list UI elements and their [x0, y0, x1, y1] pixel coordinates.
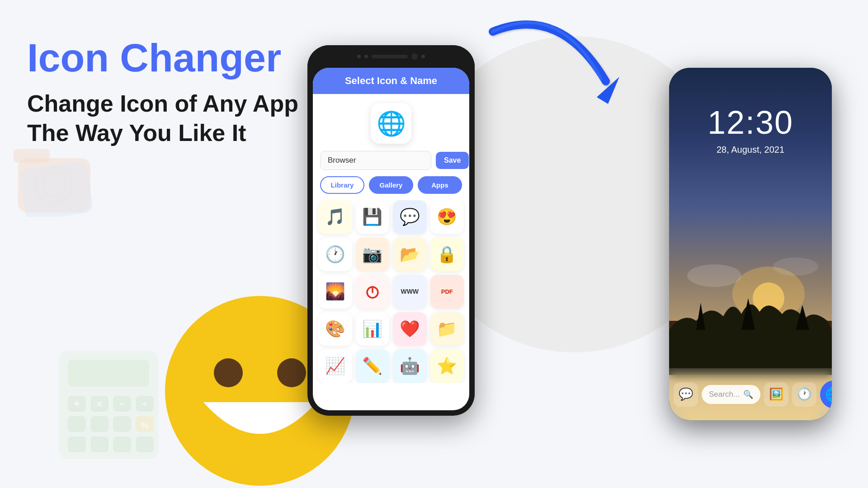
lock-search-placeholder: Search... [709, 390, 740, 399]
save-button[interactable]: Save [436, 152, 469, 169]
dock-gallery-icon[interactable]: 🖼️ [764, 382, 788, 407]
phone-screen-left: Select Icon & Name 🌐 Save Library Galler… [313, 68, 469, 410]
icon-heart[interactable]: ❤️ [393, 312, 427, 346]
lock-search-icon: 🔍 [743, 389, 753, 399]
tab-gallery[interactable]: Gallery [369, 176, 413, 194]
icon-power[interactable] [356, 275, 390, 309]
tabs-row: Library Gallery Apps [320, 176, 462, 194]
svg-text:%: % [141, 421, 149, 431]
svg-rect-15 [68, 436, 86, 452]
svg-rect-17 [113, 436, 131, 452]
left-content-section: Icon Changer Change Icon of Any App The … [27, 36, 298, 148]
selected-icon-preview: 🌐 [371, 103, 411, 144]
app-header: Select Icon & Name [313, 68, 469, 94]
dock-chat-icon[interactable]: 💬 [674, 382, 698, 407]
icon-folder-gold[interactable]: 📁 [430, 312, 464, 346]
svg-point-26 [277, 358, 306, 387]
phone-speaker [372, 55, 408, 58]
app-title: Icon Changer [27, 36, 298, 80]
svg-rect-4 [19, 160, 94, 217]
phone-camera [411, 53, 418, 60]
app-header-title: Select Icon & Name [322, 75, 460, 87]
icon-edit[interactable]: ✏️ [356, 349, 390, 383]
svg-rect-18 [136, 436, 154, 452]
subtitle-line2: The Way You Like It [27, 120, 246, 146]
icon-love-face[interactable]: 😍 [430, 200, 464, 234]
icons-grid: 🎵 💾 💬 😍 🕐 📷 📂 🔒 🌄 WWW PDF 🎨 📊 ❤️ 📁 [313, 200, 469, 383]
lock-screen-time: 12:30 [669, 104, 832, 141]
app-name-input[interactable] [320, 151, 431, 170]
svg-text:×: × [97, 398, 103, 409]
icon-save[interactable]: 💾 [356, 200, 390, 234]
tab-library[interactable]: Library [320, 176, 364, 194]
icon-pdf[interactable]: PDF [430, 275, 464, 309]
phone-dot-3 [421, 55, 425, 58]
icon-star[interactable]: ⭐ [430, 349, 464, 383]
phone-dot-2 [364, 55, 368, 58]
phone-screen-right: 12:30 28, August, 2021 [669, 68, 832, 420]
svg-text:÷: ÷ [142, 399, 147, 409]
subtitle-line1: Change Icon of Any App [27, 90, 298, 117]
icon-chart[interactable]: 📈 [318, 349, 352, 383]
phone-notch [307, 45, 475, 68]
svg-rect-6 [68, 360, 149, 387]
name-input-row: Save [320, 151, 462, 170]
dock-clock-icon[interactable]: 🕐 [792, 382, 816, 407]
lock-screen-date: 28, August, 2021 [669, 145, 832, 155]
svg-text:−: − [119, 398, 125, 409]
lock-screen-landscape [669, 239, 832, 375]
lock-screen-background: 12:30 28, August, 2021 [669, 68, 832, 420]
icon-preview-area: 🌐 [313, 94, 469, 151]
svg-point-34 [773, 258, 818, 276]
lock-screen-bottom-bar: 💬 Search... 🔍 🖼️ 🕐 🌐 [669, 368, 832, 420]
icon-spreadsheet[interactable]: 📊 [356, 312, 390, 346]
svg-rect-16 [90, 436, 108, 452]
svg-text:+: + [74, 398, 80, 409]
icon-lock[interactable]: 🔒 [430, 238, 464, 272]
lock-search-box[interactable]: Search... 🔍 [702, 385, 760, 404]
svg-rect-13 [113, 416, 131, 432]
arrow-decoration [479, 14, 624, 113]
icon-chat[interactable]: 💬 [393, 200, 427, 234]
icon-music[interactable]: 🎵 [318, 200, 352, 234]
background-camera-icon [9, 136, 99, 219]
dock-browser-icon[interactable]: 🌐 [820, 380, 832, 408]
app-subtitle: Change Icon of Any App The Way You Like … [27, 89, 298, 148]
icon-clock[interactable]: 🕐 [318, 238, 352, 272]
svg-point-33 [687, 264, 741, 287]
background-calculator-icon: + × − ÷ % [54, 346, 163, 465]
phone-frame-right: 12:30 28, August, 2021 [669, 68, 832, 420]
phone-frame-left: Select Icon & Name 🌐 Save Library Galler… [307, 45, 475, 416]
svg-rect-11 [68, 416, 86, 432]
svg-rect-12 [90, 416, 108, 432]
tab-apps[interactable]: Apps [418, 176, 462, 194]
icon-color-wheel[interactable]: 🎨 [318, 312, 352, 346]
phone-left: Select Icon & Name 🌐 Save Library Galler… [307, 45, 475, 416]
icon-landscape[interactable]: 🌄 [318, 275, 352, 309]
phone-dot-1 [357, 55, 361, 58]
svg-rect-1 [14, 149, 50, 163]
icon-robot[interactable]: 🤖 [393, 349, 427, 383]
icon-folder-open[interactable]: 📂 [393, 238, 427, 272]
phone-right: 12:30 28, August, 2021 [669, 68, 832, 420]
icon-camera[interactable]: 📷 [356, 238, 390, 272]
svg-point-25 [214, 358, 243, 387]
icon-www[interactable]: WWW [393, 275, 427, 309]
